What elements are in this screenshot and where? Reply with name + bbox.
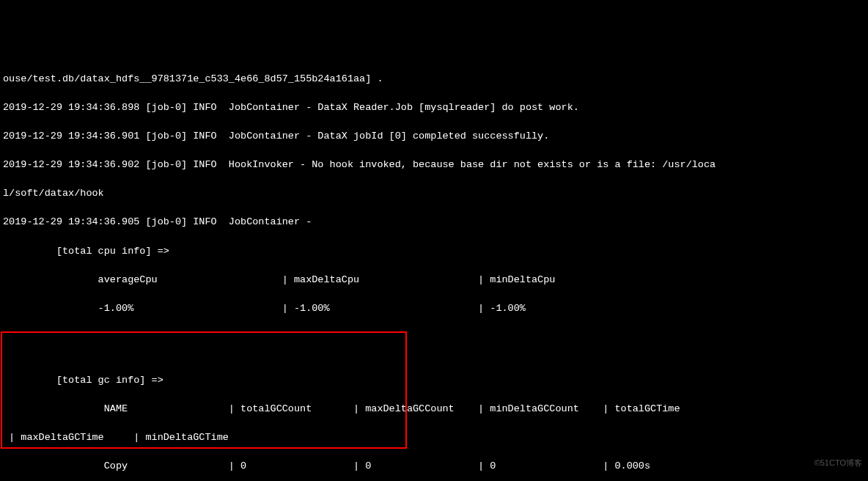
cpu-info-columns: averageCpu | maxDeltaCpu | minDeltaCpu: [3, 273, 865, 287]
terminal-output[interactable]: ouse/test.db/datax_hdfs__9781371e_c533_4…: [0, 57, 868, 481]
gc-copy-row: Copy | 0 | 0 | 0 | 0.000s: [3, 459, 865, 474]
log-line: 2019-12-29 19:34:36.902 [job-0] INFO Hoo…: [3, 158, 865, 172]
gc-info-columns: NAME | totalGCCount | maxDeltaGCCount | …: [3, 402, 865, 416]
cpu-info-values: -1.00% | -1.00% | -1.00%: [3, 301, 865, 316]
gc-info-header: [total gc info] =>: [3, 373, 865, 388]
log-line: ouse/test.db/datax_hdfs__9781371e_c533_4…: [3, 72, 865, 87]
log-line: [3, 330, 865, 345]
watermark: ©51CTO博客: [814, 458, 862, 469]
log-line: 2019-12-29 19:34:36.901 [job-0] INFO Job…: [3, 129, 865, 144]
gc-info-columns-cont: | maxDeltaGCTime | minDeltaGCTime: [3, 430, 865, 445]
cpu-info-header: [total cpu info] =>: [3, 244, 865, 259]
log-line: 2019-12-29 19:34:36.898 [job-0] INFO Job…: [3, 100, 865, 115]
log-line: 2019-12-29 19:34:36.905 [job-0] INFO Job…: [3, 215, 865, 230]
log-line: l/soft/datax/hook: [3, 186, 865, 201]
